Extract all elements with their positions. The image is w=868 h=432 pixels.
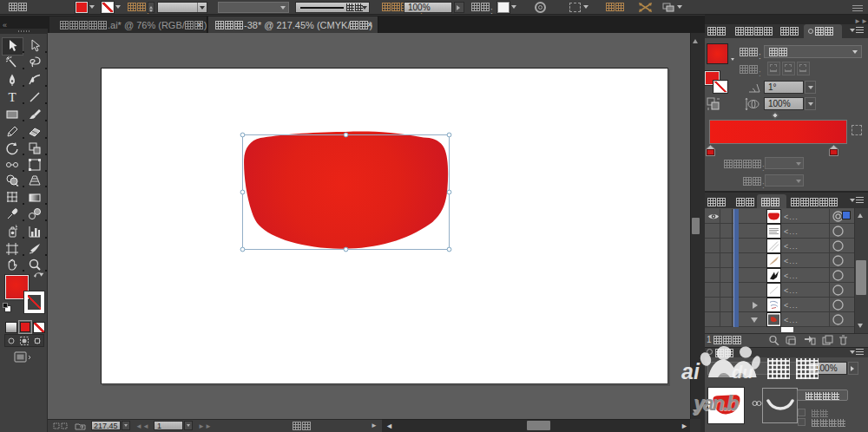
svg-text:T: T [8, 90, 16, 104]
